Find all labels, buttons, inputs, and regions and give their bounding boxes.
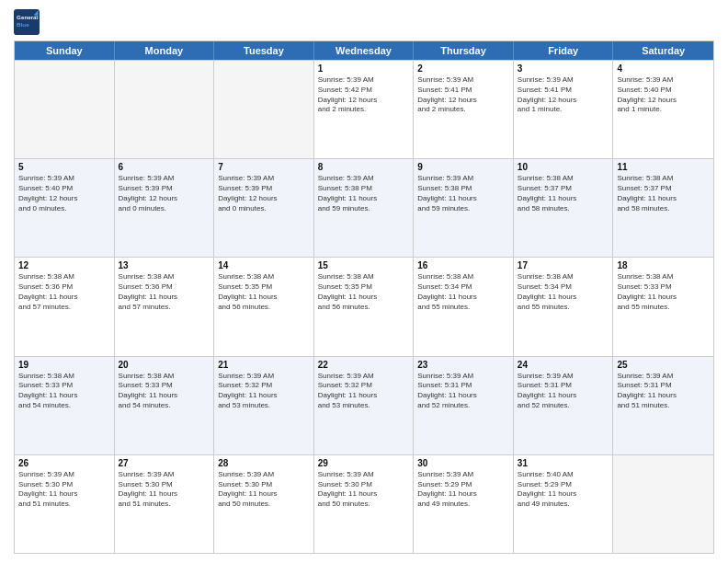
cell-info: Sunrise: 5:38 AMSunset: 5:34 PMDaylight:… bbox=[518, 272, 609, 312]
cell-info: Sunrise: 5:38 AMSunset: 5:34 PMDaylight:… bbox=[417, 272, 509, 312]
calendar-cell-1: 1Sunrise: 5:39 AMSunset: 5:42 PMDaylight… bbox=[314, 61, 415, 158]
calendar-cell-6: 6Sunrise: 5:39 AMSunset: 5:39 PMDaylight… bbox=[115, 159, 215, 257]
calendar-cell-2: 2Sunrise: 5:39 AMSunset: 5:41 PMDaylight… bbox=[414, 61, 514, 158]
day-number: 12 bbox=[18, 260, 110, 270]
day-number: 21 bbox=[218, 360, 310, 370]
calendar-cell-13: 13Sunrise: 5:38 AMSunset: 5:36 PMDayligh… bbox=[115, 258, 215, 355]
day-number: 22 bbox=[318, 360, 410, 370]
calendar: SundayMondayTuesdayWednesdayThursdayFrid… bbox=[14, 40, 714, 554]
calendar-cell-24: 24Sunrise: 5:39 AMSunset: 5:31 PMDayligh… bbox=[514, 357, 614, 454]
calendar-cell-30: 30Sunrise: 5:39 AMSunset: 5:29 PMDayligh… bbox=[414, 455, 514, 553]
header-day-tuesday: Tuesday bbox=[214, 41, 314, 60]
cell-info: Sunrise: 5:39 AMSunset: 5:40 PMDaylight:… bbox=[18, 174, 110, 213]
day-number: 29 bbox=[318, 458, 410, 468]
logo-icon: General Blue bbox=[14, 9, 40, 35]
header-day-monday: Monday bbox=[115, 41, 215, 60]
day-number: 23 bbox=[417, 360, 509, 370]
day-number: 10 bbox=[518, 162, 609, 172]
calendar-cell-18: 18Sunrise: 5:38 AMSunset: 5:33 PMDayligh… bbox=[613, 258, 713, 355]
day-number: 9 bbox=[417, 162, 509, 172]
calendar-row-4: 19Sunrise: 5:38 AMSunset: 5:33 PMDayligh… bbox=[15, 356, 713, 454]
calendar-cell-7: 7Sunrise: 5:39 AMSunset: 5:39 PMDaylight… bbox=[214, 159, 314, 257]
calendar-header: SundayMondayTuesdayWednesdayThursdayFrid… bbox=[15, 41, 713, 60]
calendar-cell-26: 26Sunrise: 5:39 AMSunset: 5:30 PMDayligh… bbox=[15, 455, 115, 553]
day-number: 28 bbox=[218, 458, 310, 468]
day-number: 13 bbox=[119, 260, 210, 270]
calendar-body: 1Sunrise: 5:39 AMSunset: 5:42 PMDaylight… bbox=[15, 60, 713, 553]
day-number: 18 bbox=[617, 260, 710, 270]
day-number: 17 bbox=[518, 260, 609, 270]
cell-info: Sunrise: 5:39 AMSunset: 5:42 PMDaylight:… bbox=[318, 75, 410, 115]
cell-info: Sunrise: 5:38 AMSunset: 5:33 PMDaylight:… bbox=[18, 372, 110, 411]
calendar-cell-27: 27Sunrise: 5:39 AMSunset: 5:30 PMDayligh… bbox=[115, 455, 215, 553]
day-number: 24 bbox=[518, 360, 609, 370]
calendar-cell-22: 22Sunrise: 5:39 AMSunset: 5:32 PMDayligh… bbox=[314, 357, 415, 454]
calendar-cell-empty bbox=[214, 61, 314, 158]
cell-info: Sunrise: 5:38 AMSunset: 5:33 PMDaylight:… bbox=[617, 272, 710, 312]
calendar-cell-12: 12Sunrise: 5:38 AMSunset: 5:36 PMDayligh… bbox=[15, 258, 115, 355]
day-number: 27 bbox=[119, 458, 210, 468]
calendar-cell-4: 4Sunrise: 5:39 AMSunset: 5:40 PMDaylight… bbox=[613, 61, 713, 158]
cell-info: Sunrise: 5:39 AMSunset: 5:32 PMDaylight:… bbox=[218, 372, 310, 411]
svg-text:Blue: Blue bbox=[17, 21, 29, 28]
calendar-cell-14: 14Sunrise: 5:38 AMSunset: 5:35 PMDayligh… bbox=[214, 258, 314, 355]
cell-info: Sunrise: 5:39 AMSunset: 5:38 PMDaylight:… bbox=[417, 174, 509, 213]
cell-info: Sunrise: 5:39 AMSunset: 5:31 PMDaylight:… bbox=[417, 372, 509, 411]
calendar-cell-11: 11Sunrise: 5:38 AMSunset: 5:37 PMDayligh… bbox=[613, 159, 713, 257]
calendar-cell-19: 19Sunrise: 5:38 AMSunset: 5:33 PMDayligh… bbox=[15, 357, 115, 454]
cell-info: Sunrise: 5:38 AMSunset: 5:35 PMDaylight:… bbox=[218, 272, 310, 312]
cell-info: Sunrise: 5:39 AMSunset: 5:32 PMDaylight:… bbox=[318, 372, 410, 411]
calendar-cell-empty bbox=[613, 455, 713, 553]
cell-info: Sunrise: 5:39 AMSunset: 5:30 PMDaylight:… bbox=[218, 470, 310, 510]
header-day-sunday: Sunday bbox=[15, 41, 115, 60]
cell-info: Sunrise: 5:39 AMSunset: 5:31 PMDaylight:… bbox=[518, 372, 609, 411]
day-number: 11 bbox=[617, 162, 710, 172]
header-day-saturday: Saturday bbox=[613, 41, 713, 60]
cell-info: Sunrise: 5:39 AMSunset: 5:40 PMDaylight:… bbox=[617, 75, 710, 115]
cell-info: Sunrise: 5:38 AMSunset: 5:33 PMDaylight:… bbox=[119, 372, 210, 411]
cell-info: Sunrise: 5:39 AMSunset: 5:39 PMDaylight:… bbox=[119, 174, 210, 213]
day-number: 30 bbox=[417, 458, 509, 468]
cell-info: Sunrise: 5:38 AMSunset: 5:36 PMDaylight:… bbox=[18, 272, 110, 312]
calendar-cell-28: 28Sunrise: 5:39 AMSunset: 5:30 PMDayligh… bbox=[214, 455, 314, 553]
cell-info: Sunrise: 5:39 AMSunset: 5:39 PMDaylight:… bbox=[218, 174, 310, 213]
calendar-row-1: 1Sunrise: 5:39 AMSunset: 5:42 PMDaylight… bbox=[15, 60, 713, 158]
calendar-cell-empty bbox=[15, 61, 115, 158]
day-number: 20 bbox=[119, 360, 210, 370]
day-number: 1 bbox=[318, 63, 410, 74]
day-number: 5 bbox=[18, 162, 110, 172]
calendar-cell-3: 3Sunrise: 5:39 AMSunset: 5:41 PMDaylight… bbox=[514, 61, 614, 158]
day-number: 8 bbox=[318, 162, 410, 172]
calendar-cell-31: 31Sunrise: 5:40 AMSunset: 5:29 PMDayligh… bbox=[514, 455, 614, 553]
day-number: 14 bbox=[218, 260, 310, 270]
cell-info: Sunrise: 5:40 AMSunset: 5:29 PMDaylight:… bbox=[518, 470, 609, 510]
cell-info: Sunrise: 5:38 AMSunset: 5:37 PMDaylight:… bbox=[518, 174, 609, 213]
day-number: 4 bbox=[617, 63, 710, 74]
calendar-cell-25: 25Sunrise: 5:39 AMSunset: 5:31 PMDayligh… bbox=[613, 357, 713, 454]
day-number: 3 bbox=[518, 63, 609, 74]
calendar-cell-21: 21Sunrise: 5:39 AMSunset: 5:32 PMDayligh… bbox=[214, 357, 314, 454]
calendar-cell-9: 9Sunrise: 5:39 AMSunset: 5:38 PMDaylight… bbox=[414, 159, 514, 257]
calendar-cell-16: 16Sunrise: 5:38 AMSunset: 5:34 PMDayligh… bbox=[414, 258, 514, 355]
day-number: 25 bbox=[617, 360, 710, 370]
calendar-cell-15: 15Sunrise: 5:38 AMSunset: 5:35 PMDayligh… bbox=[314, 258, 415, 355]
day-number: 16 bbox=[417, 260, 509, 270]
header-day-thursday: Thursday bbox=[414, 41, 514, 60]
day-number: 7 bbox=[218, 162, 310, 172]
day-number: 26 bbox=[18, 458, 110, 468]
calendar-cell-17: 17Sunrise: 5:38 AMSunset: 5:34 PMDayligh… bbox=[514, 258, 614, 355]
cell-info: Sunrise: 5:38 AMSunset: 5:35 PMDaylight:… bbox=[318, 272, 410, 312]
cell-info: Sunrise: 5:39 AMSunset: 5:41 PMDaylight:… bbox=[518, 75, 609, 115]
calendar-cell-8: 8Sunrise: 5:39 AMSunset: 5:38 PMDaylight… bbox=[314, 159, 415, 257]
calendar-cell-empty bbox=[115, 61, 215, 158]
cell-info: Sunrise: 5:38 AMSunset: 5:37 PMDaylight:… bbox=[617, 174, 710, 213]
cell-info: Sunrise: 5:39 AMSunset: 5:30 PMDaylight:… bbox=[18, 470, 110, 510]
calendar-cell-10: 10Sunrise: 5:38 AMSunset: 5:37 PMDayligh… bbox=[514, 159, 614, 257]
header-day-wednesday: Wednesday bbox=[314, 41, 415, 60]
day-number: 31 bbox=[518, 458, 609, 468]
calendar-row-2: 5Sunrise: 5:39 AMSunset: 5:40 PMDaylight… bbox=[15, 158, 713, 257]
calendar-row-5: 26Sunrise: 5:39 AMSunset: 5:30 PMDayligh… bbox=[15, 454, 713, 553]
header-day-friday: Friday bbox=[514, 41, 614, 60]
day-number: 6 bbox=[119, 162, 210, 172]
calendar-cell-5: 5Sunrise: 5:39 AMSunset: 5:40 PMDaylight… bbox=[15, 159, 115, 257]
